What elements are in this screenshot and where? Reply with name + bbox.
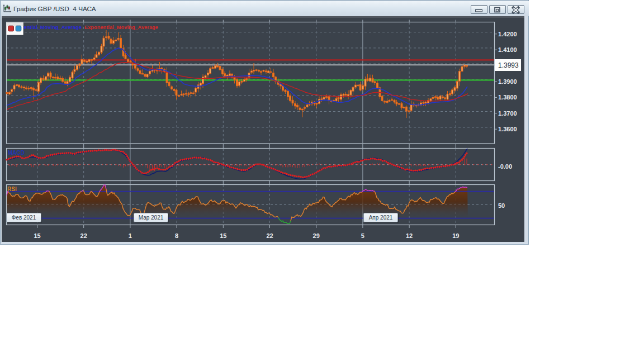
svg-text:8: 8 (175, 232, 178, 239)
svg-text:1: 1 (129, 232, 132, 239)
svg-text:1.3700: 1.3700 (498, 110, 517, 117)
svg-text:1.3900: 1.3900 (498, 78, 517, 85)
svg-text:1.3600: 1.3600 (498, 126, 517, 132)
svg-text:1.3800: 1.3800 (498, 94, 517, 101)
svg-text:22: 22 (80, 232, 87, 239)
svg-text:1.3993: 1.3993 (498, 61, 519, 69)
svg-text:19: 19 (452, 232, 459, 239)
svg-text:15: 15 (34, 232, 40, 239)
svg-text:MACD: MACD (8, 150, 25, 156)
svg-text:ential_Moving_Average: ential_Moving_Average (24, 25, 82, 30)
svg-text:22: 22 (266, 232, 273, 239)
svg-text:1.4100: 1.4100 (498, 46, 517, 53)
svg-text:-0.00: -0.00 (498, 163, 512, 170)
svg-text:50: 50 (498, 202, 505, 209)
svg-text:15: 15 (220, 232, 226, 239)
svg-text:29: 29 (313, 232, 320, 239)
svg-text:1.4200: 1.4200 (498, 31, 517, 37)
svg-text:5: 5 (361, 232, 364, 239)
svg-text:Exponential_Moving_Average: Exponential_Moving_Average (84, 25, 158, 30)
svg-text:RSI: RSI (7, 186, 17, 192)
svg-text:12: 12 (406, 232, 413, 239)
